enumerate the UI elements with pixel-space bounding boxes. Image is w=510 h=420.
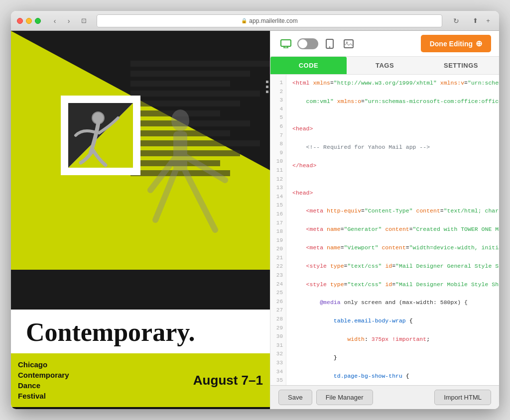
hero-bottom-bar [11, 270, 270, 310]
festival-line3: Dance [18, 381, 40, 390]
email-hero [11, 31, 270, 310]
back-button[interactable]: ‹ [49, 15, 61, 27]
tab-settings[interactable]: SETTINGS [423, 57, 499, 74]
image-icon-btn[interactable] [341, 36, 356, 51]
festival-line4: Festival [18, 392, 46, 400]
device-icons [278, 36, 356, 51]
address-bar[interactable]: 🔒 app.mailerlite.com [97, 14, 442, 27]
svg-rect-1 [173, 131, 187, 171]
done-editing-button[interactable]: Done Editing ⊕ [421, 35, 491, 52]
festival-line1: Chicago [18, 360, 47, 369]
dancer-box [61, 96, 140, 175]
desktop-icon-btn[interactable] [278, 36, 293, 51]
share-button[interactable]: ⬆ [470, 16, 480, 26]
code-toolbar: Done Editing ⊕ [270, 31, 499, 57]
svg-point-14 [329, 46, 330, 47]
email-lower: Contemporary. Chicago Contemporary Dance… [11, 310, 270, 409]
code-editor-area[interactable]: 12345 678910 1112131415 1617181920 21222… [270, 75, 499, 385]
lock-icon: 🔒 [241, 18, 247, 23]
save-button[interactable]: Save [278, 390, 312, 405]
tab-code[interactable]: CODE [270, 57, 347, 74]
forward-button[interactable]: › [63, 15, 75, 27]
done-editing-label: Done Editing [430, 40, 473, 48]
main-content: Contemporary. Chicago Contemporary Dance… [11, 31, 499, 409]
done-editing-arrow: ⊕ [476, 39, 482, 48]
traffic-lights [17, 18, 41, 24]
nav-buttons: ‹ › [49, 15, 75, 27]
window-view-button[interactable]: ⊡ [79, 16, 89, 26]
browser-window: ‹ › ⊡ 🔒 app.mailerlite.com ↻ ⬆ + [11, 11, 499, 409]
tab-tags[interactable]: TAGS [347, 57, 423, 74]
festival-line2: Contemporary [18, 371, 69, 379]
code-tabs: CODE TAGS SETTINGS [270, 57, 499, 75]
close-button[interactable] [17, 18, 23, 24]
url-text: app.mailerlite.com [249, 17, 297, 24]
line-numbers: 12345 678910 1112131415 1617181920 21222… [270, 75, 286, 385]
new-tab-button[interactable]: + [483, 16, 493, 26]
festival-info-bar: Chicago Contemporary Dance Festival Augu… [11, 353, 270, 407]
svg-rect-15 [344, 40, 353, 48]
browser-titlebar: ‹ › ⊡ 🔒 app.mailerlite.com ↻ ⬆ + [11, 11, 499, 31]
browser-toolbar-right: ⬆ + [470, 16, 493, 26]
svg-line-5 [185, 171, 215, 230]
svg-rect-9 [281, 40, 291, 46]
image-icon [344, 39, 354, 48]
import-html-button[interactable]: Import HTML [434, 390, 491, 405]
minimize-button[interactable] [26, 18, 32, 24]
svg-point-0 [171, 109, 189, 131]
dancer-portrait [68, 103, 133, 168]
code-editor-panel: Done Editing ⊕ CODE TAGS SETTINGS 12345 … [270, 31, 499, 409]
tablet-icon-btn[interactable] [322, 36, 337, 51]
device-toggle[interactable] [297, 38, 318, 49]
drag-handles[interactable] [266, 81, 268, 93]
festival-date: August 7–1 [193, 373, 263, 388]
desktop-icon [280, 39, 291, 48]
bottom-bar-left: Save File Manager [278, 390, 373, 405]
reload-button[interactable]: ↻ [450, 15, 462, 27]
maximize-button[interactable] [35, 18, 41, 24]
festival-name: Chicago Contemporary Dance Festival [18, 359, 69, 401]
tickets-cta-bar: Get tickets from $29 [11, 407, 270, 409]
tablet-icon [326, 39, 334, 49]
file-manager-button[interactable]: File Manager [316, 390, 373, 405]
bottom-bar: Save File Manager Import HTML [270, 385, 499, 409]
email-preview-panel: Contemporary. Chicago Contemporary Dance… [11, 31, 270, 409]
code-content[interactable]: <html xmlns="http://www.w3.org/1999/xhtm… [286, 75, 499, 385]
hero-title: Contemporary. [26, 319, 255, 345]
